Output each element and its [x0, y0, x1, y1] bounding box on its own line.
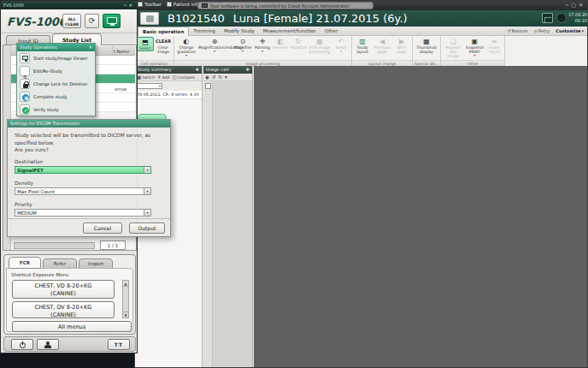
user-icon [44, 341, 52, 348]
grid-icon: ▦ [316, 38, 323, 45]
magnifier-button[interactable]: ⊙ Magnifier ▾ [232, 37, 253, 53]
scroll-up-icon[interactable]: ▲ [123, 281, 128, 287]
vertical-scrollbar[interactable]: ▲ ▼ [122, 280, 129, 318]
eye-button[interactable]: ◉ [205, 74, 209, 80]
tab-fcr[interactable]: FCR [9, 257, 41, 269]
thumbnail-slot[interactable] [205, 83, 211, 89]
viewer-window-controls[interactable]: ─▢✕ [566, 2, 585, 8]
tab-basic-operation[interactable]: Basic operation [138, 27, 189, 36]
all-menus-button[interactable]: All menus [12, 321, 132, 332]
chevron-down-icon[interactable]: ▾ [144, 188, 150, 194]
add-button[interactable]: ✛Add [157, 74, 169, 80]
monitor-send-icon [107, 17, 117, 24]
restore-link[interactable]: ↺Restore [508, 28, 528, 33]
column-header-label: t Name [114, 49, 129, 54]
snapshot-print-button[interactable]: ▣ Snapshot PRINT ▾ [464, 37, 485, 57]
report-icon: ≡ [491, 38, 497, 45]
pin-icon[interactable]: ❖ [196, 66, 199, 74]
ribbon: ⬒ Select CLEAR Clear image Cell operatio… [135, 36, 587, 66]
image-cart-panel: Image cart ❖ ◉ ↺ ↻ ▾ [203, 66, 253, 367]
close-icon[interactable]: ✕ [89, 44, 92, 51]
menu-item-change-lock[interactable]: Change Lock for Deletion [19, 78, 95, 90]
add-label: Add [162, 75, 170, 80]
tab-other[interactable]: Other [320, 27, 343, 36]
clear-image-button[interactable]: CLEAR Clear image [155, 37, 172, 54]
reverse-button[interactable]: ◧ Reverse [272, 37, 289, 50]
study-entry[interactable]: 09.08.2021, CR, 4 series, 4 im [135, 91, 202, 99]
rotation-button[interactable]: ↻ Rotation [290, 37, 307, 50]
output-button[interactable]: Output [129, 223, 165, 234]
exposure-label-line2: (CANINE) [13, 290, 114, 298]
chevron-down-icon[interactable]: ▾ [144, 167, 150, 173]
study-summary-combo[interactable] [137, 83, 162, 89]
magnification-reduction-button[interactable]: ⊕ Magnification/reduction ▾ [197, 37, 232, 53]
user-settings-button[interactable] [37, 339, 59, 350]
chevron-down-icon[interactable]: ▾ [144, 210, 150, 216]
exam-report-button[interactable]: ≡ Exam report [485, 37, 503, 54]
tab-modify-study[interactable]: Modify Study [220, 27, 259, 36]
register-key-image-button[interactable]: ❏ Register Key image [443, 37, 463, 59]
all-clear-line2: CLEAR [63, 22, 80, 27]
customize-link[interactable]: Customize▾ [556, 28, 584, 33]
study-summary-header: Study summary ❖ [135, 66, 202, 74]
thumbnail-display-button[interactable]: ▦ Thumbnail display [415, 37, 438, 54]
menu-item-edit-restudy[interactable]: ✎ Edit/Re-Study [19, 65, 95, 77]
close-icon[interactable]: ✕ [579, 2, 585, 8]
image-display-area[interactable] [254, 66, 587, 367]
previous-page-button[interactable]: ◀ Previous page [372, 37, 392, 54]
fcr-image-processing-button[interactable]: ▦ FCR image processing [308, 37, 332, 54]
menu-item-verify-study[interactable]: ✓ Verify study [19, 104, 95, 116]
cancel-button[interactable]: Cancel [83, 223, 122, 234]
switch-button[interactable]: ▦Switch [137, 74, 155, 80]
tab-trimming[interactable]: Trimming [189, 27, 220, 36]
retry-link[interactable]: ⊙Retry [534, 28, 550, 33]
tab-measurement-function[interactable]: Measurement/function [259, 27, 320, 36]
destination-select[interactable]: SignalPET ▾ [15, 166, 151, 174]
fvs-window-controls[interactable]: ─✕ [124, 1, 134, 9]
instruments-button[interactable]: TT [108, 339, 130, 350]
select-button[interactable]: ⬒ Select [137, 37, 154, 51]
menu-item-complete-study[interactable]: Complete study [19, 91, 95, 103]
viewer-window: ✓Toolbar ✓Patient information ✓Study inf… [134, 0, 588, 368]
menu-item-start-study[interactable]: Start study/Image Viewer [19, 52, 95, 64]
all-clear-button[interactable]: ALL CLEAR [62, 14, 81, 28]
study-operations-menu: Study Operations ✕ Start study/Image Vie… [16, 43, 96, 116]
change-gradation-button[interactable]: ◐ Change gradation ▾ [176, 37, 197, 57]
study-layout-button[interactable]: ▥ Study layout [354, 37, 371, 54]
horizontal-scrollbar[interactable] [14, 242, 95, 249]
rotate-right-button[interactable]: ↻ [218, 74, 222, 80]
arrow-right-icon: ▶ [399, 38, 404, 45]
fvs-header: FVS-1000 ALL CLEAR ⟳ [1, 9, 137, 33]
monitor-icon: ⬒ [142, 39, 149, 46]
close-icon[interactable]: ✕ [128, 3, 134, 8]
refresh-button[interactable]: ⟳ [85, 14, 99, 28]
more-button[interactable]: ▾ [225, 74, 227, 80]
calendar-icon[interactable] [542, 13, 553, 23]
chevron-down-icon: ▾ [473, 54, 475, 57]
compare-button[interactable]: ◫Compare [172, 74, 195, 80]
exposure-button-chest-vd[interactable]: CHEST, VD 8-20+KG (CANINE) [12, 280, 115, 299]
chevron-down-icon: ▾ [340, 50, 342, 53]
maximize-icon[interactable]: ▢ [571, 2, 579, 8]
power-button[interactable] [11, 339, 33, 350]
density-select[interactable]: Max Pixel Count ▾ [15, 187, 151, 195]
rotate-left-button[interactable]: ↺ [212, 74, 216, 80]
exposure-button-chest-dv[interactable]: CHEST, DV 8-20+KG (CANINE) [12, 301, 115, 318]
exposure-label-line1: CHEST, DV 8-20+KG [13, 304, 114, 312]
image-cart-thumbnail-strip[interactable] [203, 81, 213, 367]
menu-item-label: Change Lock for Deletion [33, 81, 87, 86]
priority-label: Priority [15, 202, 32, 207]
scroll-down-icon[interactable]: ▼ [123, 312, 128, 318]
screen-share-icon [202, 3, 208, 8]
destination-label: Destination [15, 159, 43, 164]
chevron-down-icon: ▾ [581, 28, 584, 33]
page-indicator: 1 / 1 [100, 240, 126, 250]
top-right-links: ↺Restore ⊙Retry Customize▾ [508, 28, 584, 33]
panning-button[interactable]: ✛ Panning ▾ [254, 37, 271, 53]
reset-button[interactable]: ↶ Reset ▾ [332, 37, 350, 53]
send-to-viewer-button[interactable] [103, 14, 121, 28]
next-page-button[interactable]: ▶ Next page [393, 37, 410, 54]
priority-select[interactable]: MEDIUM ▾ [15, 209, 151, 217]
pin-icon[interactable]: ❖ [246, 66, 250, 74]
chevron-down-icon: ▾ [242, 50, 244, 53]
